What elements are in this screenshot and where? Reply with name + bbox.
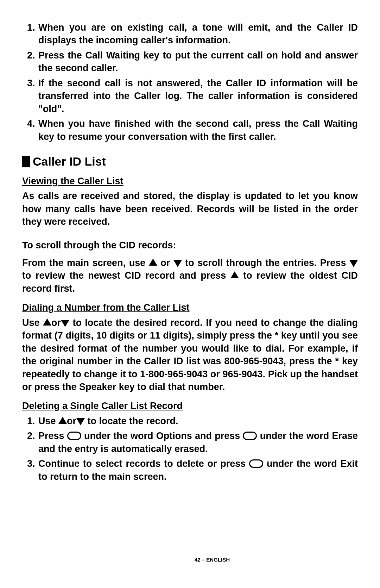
text-fragment: From the main screen, use [22,258,145,268]
text-fragment: or [67,416,76,426]
key-name: Call Waiting [303,118,358,129]
text-fragment: under the word [267,458,340,469]
soft-key-icon [249,459,263,468]
section-title: Caller ID List [33,154,106,170]
list-item: Press the Call Waiting key to put the cu… [38,49,358,75]
up-arrow-icon [58,417,67,424]
body-text: If the second call is not answered, the … [38,78,358,114]
subheading-viewing: Viewing the Caller List [22,175,358,187]
list-item: Continue to select records to delete or … [38,457,358,483]
bullet-square-icon [22,156,30,167]
text-fragment: and the entry is automatically erased. [38,444,208,454]
text-fragment: Continue to select records to delete or … [38,458,249,469]
list-item: When you have finished with the second c… [38,117,358,143]
text-fragment: Use [22,317,40,328]
down-arrow-icon [173,260,182,267]
text-fragment: to locate the desired record. If you nee… [22,317,358,392]
body-text: key to resume your conversation with the… [38,131,276,142]
text-fragment: to locate the record. [88,416,178,426]
list-item: When you are on existing call, a tone wi… [38,21,358,47]
text-fragment: and press [192,431,240,441]
numbered-list-delete: Use or to locate the record. Press under… [22,415,358,483]
subheading-dialing: Dialing a Number from the Caller List [22,301,358,314]
text-fragment: or [51,317,61,328]
down-arrow-icon [76,418,85,425]
text-fragment: to review the newest CID record and pres… [22,270,226,281]
text-fragment: Press [38,431,64,441]
up-arrow-icon [230,271,239,278]
body-text: To scroll through the CID records: [22,239,358,252]
text-fragment: to scroll through the entries. Press [185,258,346,268]
list-item: Press under the word Options and press u… [38,429,358,455]
key-name: Call Waiting [85,50,140,61]
text-fragment: to return to the main screen. [38,471,167,482]
body-text: From the main screen, use or to scroll t… [22,256,358,295]
numbered-list-intro: When you are on existing call, a tone wi… [22,21,358,143]
body-text: When you are on existing call, a tone wi… [38,22,358,45]
body-text: Press the [38,50,85,61]
soft-key-icon [67,432,81,440]
text-fragment: under the word [260,431,332,441]
key-name: Options [156,431,192,441]
key-name: Speaker [79,382,116,392]
up-arrow-icon [43,318,51,326]
text-fragment: Use [38,416,56,426]
list-item: Use or to locate the record. [38,415,358,427]
up-arrow-icon [149,259,157,266]
list-item: If the second call is not answered, the … [38,77,358,115]
key-name: Erase [332,431,358,441]
text-fragment: key to dial that number. [116,382,225,392]
down-arrow-icon [349,260,358,267]
section-heading: Caller ID List [22,154,358,170]
body-text: When you have finished with the second c… [38,118,303,129]
body-text: Use or to locate the desired record. If … [22,316,358,394]
subheading-deleting: Deleting a Single Caller List Record [22,400,358,412]
text-fragment: under the word [84,431,156,441]
key-name: Exit [340,458,358,469]
text-fragment: or [160,258,170,268]
down-arrow-icon [61,320,69,327]
body-text: As calls are received and stored, the di… [22,190,358,228]
soft-key-icon [243,432,257,440]
page-footer: 42 – ENGLISH [22,556,380,563]
